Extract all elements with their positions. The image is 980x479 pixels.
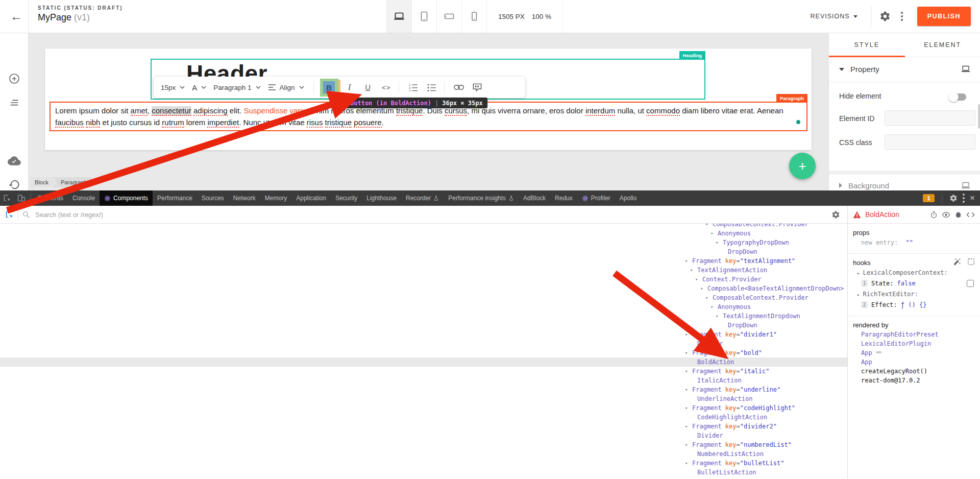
hook-state-checkbox[interactable] [967,280,974,287]
tree-row-italic[interactable]: ▾Fragmentkey="italic" [0,367,847,376]
tree-row-underlineaction[interactable]: UnderlineAction [0,394,847,403]
element-id-input[interactable] [885,110,975,126]
expand-arrow-icon[interactable]: ▾ [690,266,697,275]
paragraph-style-dropdown[interactable]: Paragraph 1 [213,84,260,91]
devtools-tab-recorder[interactable]: Recorder [401,190,444,206]
devtools-tab-lighthouse[interactable]: Lighthouse [362,190,401,206]
devtools-more-button[interactable] [963,194,965,203]
devtools-settings-button[interactable] [949,194,958,202]
bold-button[interactable]: B [320,79,338,97]
devtools-tab-memory[interactable]: Memory [260,190,291,206]
props-new-entry[interactable]: new entry: "" [848,237,980,248]
breadcrumb-paragraph[interactable]: Paragraph [53,177,94,187]
settings-button[interactable] [879,11,891,22]
revisions-dropdown[interactable]: REVISIONS [811,13,857,20]
undo-history-button[interactable] [8,179,20,190]
tree-row-dropdown[interactable]: DropDown [0,321,847,330]
tree-row-textalignmentdropdown[interactable]: ▾TextAlignmentDropdown [0,312,847,321]
tree-row-context.provider[interactable]: ▾Context.Provider [0,275,847,284]
device-desktop-button[interactable] [386,0,411,33]
expand-arrow-icon[interactable]: ▾ [705,293,713,302]
react-inspect-button[interactable] [5,210,14,219]
font-size-dropdown[interactable]: 15px [161,84,185,91]
tree-row-bulletlistaction[interactable]: BulletListAction [0,468,847,477]
devtools-tab-network[interactable]: Network [229,190,260,206]
link-button[interactable] [451,79,467,95]
devtools-tab-security[interactable]: Security [331,190,362,206]
expand-arrow-icon[interactable]: ▾ [685,422,692,431]
text-color-dropdown[interactable]: A [192,83,206,92]
tab-style[interactable]: STYLE [829,33,905,57]
selection-handle-dot[interactable] [796,120,800,124]
publish-button[interactable]: PUBLISH [917,7,971,26]
tree-row-bold[interactable]: ▾Fragmentkey="bold" [0,348,847,357]
tab-element[interactable]: ELEMENT [905,33,980,57]
expand-arrow-icon[interactable]: ▾ [700,284,707,293]
tree-row-textalignment[interactable]: ▾Fragmentkey="textAlignment" [0,256,847,266]
device-landscape-button[interactable] [436,0,461,33]
tree-row-anonymous[interactable]: ▾Anonymous [0,302,847,312]
devtools-tab-redux[interactable]: Redux [550,190,577,206]
tree-row-dropdown[interactable]: DropDown [0,247,847,256]
devtools-tab-application[interactable]: Application [291,190,331,206]
expand-arrow-icon[interactable]: ▾ [685,367,692,376]
devtools-tab-apollo[interactable]: Apollo [615,190,641,206]
device-phone-button[interactable] [461,0,486,33]
code-button[interactable]: <> [378,79,395,95]
debug-button[interactable] [954,211,962,219]
tree-row-divider2[interactable]: ▾Fragmentkey="divider2" [0,422,847,431]
back-button[interactable]: ← [7,7,26,26]
add-element-button[interactable] [8,73,20,85]
devtools-tab-elements[interactable]: Elements [33,190,68,206]
devtools-tab-performance[interactable]: Performance [153,190,197,206]
component-search-input[interactable] [34,210,220,219]
tree-row-codehighlightaction[interactable]: CodeHighlightAction [0,413,847,422]
tree-row-numberedlist[interactable]: ▾Fragmentkey="numberedList" [0,440,847,449]
inspect-dom-button[interactable] [942,211,950,218]
inspect-element-button[interactable] [0,190,14,206]
more-menu-button[interactable] [895,6,909,27]
tree-row-typographydropdown[interactable]: ▾TypographyDropDown [0,238,847,247]
tree-row-boldaction[interactable]: BoldAction [0,357,847,367]
tree-row-numberedlistaction[interactable]: NumberedListAction [0,449,847,459]
expand-arrow-icon[interactable]: ▾ [685,330,692,339]
expand-arrow-icon[interactable]: ▾ [685,459,692,468]
copy-hooks-button[interactable] [967,258,975,266]
tree-row-composablecontext.provider[interactable]: ▾ComposableContext.Provider [0,223,847,229]
expand-arrow-icon[interactable]: ▾ [685,385,692,394]
underline-button[interactable]: U [360,79,376,95]
devtools-tab-console[interactable]: Console [68,190,100,206]
css-class-input[interactable] [885,134,975,150]
rendered-by-row[interactable]: ParagraphEditorPreset [848,330,980,339]
tree-row-divider1[interactable]: ▾Fragmentkey="divider1" [0,330,847,339]
rendered-by-row[interactable]: App [848,348,980,357]
tree-row-divider[interactable]: Divider [0,339,847,348]
numbered-list-button[interactable]: 123 [405,79,422,95]
expand-arrow-icon[interactable]: ▾ [685,440,692,449]
cloud-save-status[interactable] [8,154,21,167]
expand-arrow-icon[interactable]: ▾ [710,229,718,238]
tree-row-underline[interactable]: ▾Fragmentkey="underline" [0,385,847,394]
hook-group[interactable]: ▸LexicalComposerContext: [848,268,980,278]
breadcrumb-block[interactable]: Block [30,177,56,187]
device-toolbar-button[interactable] [14,190,29,206]
tree-row-codehighlight[interactable]: ▾Fragmentkey="codeHighlight" [0,403,847,413]
tree-row-composablecontext.provider[interactable]: ▾ComposableContext.Provider [0,293,847,302]
expand-arrow-icon[interactable]: ▾ [705,223,713,229]
devtools-tab-adblock[interactable]: AdBlock [519,190,550,206]
italic-button[interactable]: I [341,79,358,95]
devtools-tab-sources[interactable]: Sources [197,190,229,206]
expand-arrow-icon[interactable]: ▾ [695,275,702,284]
device-tablet-button[interactable] [411,0,436,33]
sidebar-scrollbar[interactable] [978,104,980,129]
expand-arrow-icon[interactable]: ▾ [685,403,692,413]
expand-arrow-icon[interactable]: ▾ [685,256,692,266]
tree-row-anonymous[interactable]: ▾Anonymous [0,229,847,238]
devtools-tab-profiler[interactable]: Profiler [577,190,615,206]
devtools-tab-performance-insights[interactable]: Performance insights [444,190,519,206]
tree-row-textalignmentaction[interactable]: ▾TextAlignmentAction [0,266,847,275]
expand-arrow-icon[interactable]: ▾ [716,238,723,247]
bullet-list-button[interactable] [424,79,440,95]
tree-row-italicaction[interactable]: ItalicAction [0,376,847,385]
quote-button[interactable] [469,79,485,95]
